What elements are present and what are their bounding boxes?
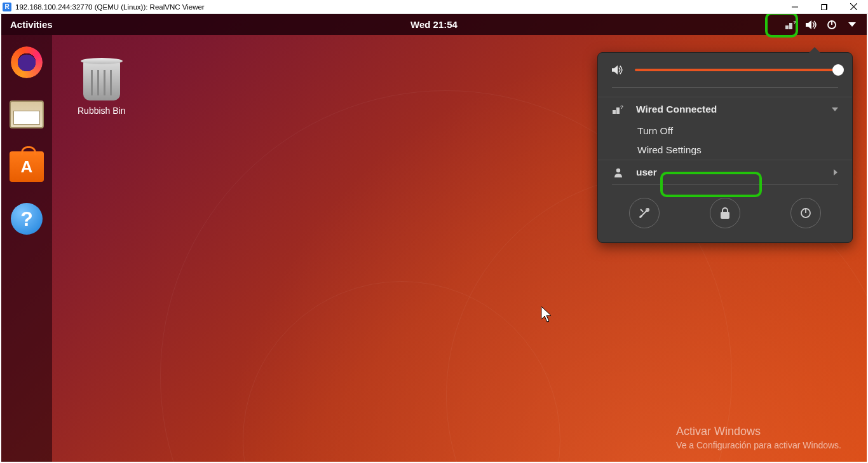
dock-firefox[interactable] — [8, 44, 45, 81]
svg-text:?: ? — [620, 104, 623, 110]
dock-files[interactable] — [8, 96, 45, 133]
system-status-area[interactable]: ? — [785, 19, 858, 31]
user-section-header[interactable]: user — [598, 160, 852, 184]
desktop-rubbish-bin[interactable]: Rubbish Bin — [78, 60, 126, 116]
svg-marker-16 — [834, 169, 837, 176]
svg-rect-12 — [616, 107, 620, 114]
network-turn-off[interactable]: Turn Off — [598, 121, 852, 141]
person-icon — [612, 167, 625, 177]
svg-rect-11 — [613, 110, 616, 114]
svg-text:?: ? — [793, 20, 796, 25]
remote-desktop: Activities Wed 21:54 ? ? Rubbish Bin — [1, 14, 867, 462]
svg-marker-14 — [832, 107, 838, 111]
svg-marker-10 — [612, 66, 618, 75]
svg-point-15 — [616, 169, 620, 172]
svg-marker-9 — [848, 22, 856, 27]
host-window-titlebar: R 192.168.100.244:32770 (QEMU (Linux)): … — [0, 0, 868, 14]
svg-rect-3 — [785, 25, 789, 29]
window-close-button[interactable] — [839, 0, 868, 14]
chevron-down-icon[interactable] — [846, 19, 858, 31]
windows-activation-watermark: Activar Windows Ve a Configuración para … — [676, 425, 841, 450]
activities-button[interactable]: Activities — [10, 19, 53, 30]
host-window-title: 192.168.100.244:32770 (QEMU (Linux)): Re… — [15, 3, 780, 11]
network-header-label: Wired Connected — [636, 104, 717, 115]
chevron-right-icon — [834, 169, 838, 176]
ethernet-unknown-icon: ? — [612, 104, 625, 114]
chevron-down-icon — [832, 107, 838, 112]
clock[interactable]: Wed 21:54 — [410, 19, 458, 30]
svg-rect-19 — [721, 212, 729, 219]
rubbish-bin-label: Rubbish Bin — [78, 106, 126, 116]
lock-button[interactable] — [710, 198, 740, 228]
dock-ubuntu-software[interactable] — [8, 148, 45, 185]
volume-icon — [612, 64, 625, 76]
trash-icon — [83, 60, 120, 100]
window-minimize-button[interactable] — [780, 0, 810, 14]
realvnc-icon: R — [3, 3, 11, 11]
svg-rect-4 — [789, 23, 792, 29]
power-status-icon[interactable] — [826, 19, 837, 31]
system-menu: ? Wired Connected Turn Off Wired Setting… — [597, 52, 853, 243]
power-button[interactable] — [790, 198, 821, 228]
volume-status-icon[interactable] — [806, 19, 817, 31]
svg-marker-22 — [541, 307, 551, 322]
network-wired-settings[interactable]: Wired Settings — [598, 141, 852, 160]
mouse-cursor — [541, 307, 554, 323]
volume-slider[interactable] — [635, 69, 838, 71]
user-label: user — [636, 167, 657, 178]
svg-marker-6 — [806, 20, 811, 29]
gnome-top-bar: Activities Wed 21:54 ? — [1, 14, 867, 35]
window-maximize-button[interactable] — [810, 0, 839, 14]
dock: ? — [1, 35, 52, 462]
network-status-icon[interactable]: ? — [785, 19, 797, 31]
settings-button[interactable] — [629, 198, 660, 228]
dock-help[interactable]: ? — [8, 200, 45, 237]
network-section-header[interactable]: ? Wired Connected — [598, 97, 852, 121]
